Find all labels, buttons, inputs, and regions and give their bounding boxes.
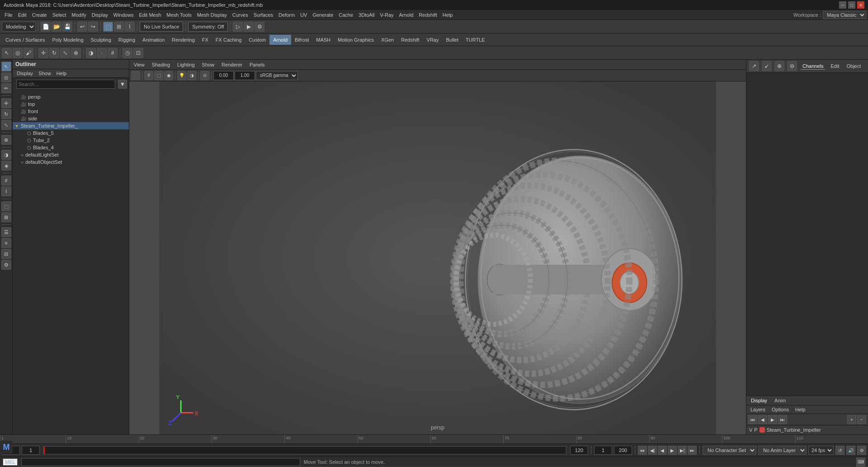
gamma-select[interactable]: sRGB gamma — [256, 71, 298, 80]
layer-last-button[interactable]: ⏭ — [778, 415, 787, 424]
move-obj-tool[interactable]: ✛ — [1, 98, 11, 108]
restore-button[interactable]: □ — [848, 1, 855, 9]
soft-select-button[interactable]: ◑ — [86, 48, 96, 58]
rotate-tool[interactable]: ↻ — [49, 48, 59, 58]
no-character-set-select[interactable]: No Character Set — [703, 446, 756, 455]
save-scene-button[interactable]: 💾 — [62, 22, 72, 32]
vp-smooth-button[interactable]: ◉ — [164, 71, 173, 80]
symmetry-button[interactable]: Symmetry: Off — [188, 22, 228, 32]
next-frame-button[interactable]: ▶| — [678, 446, 687, 455]
lasso-tool[interactable]: ◎ — [13, 48, 23, 58]
isolate-select-button[interactable]: ◷ — [123, 48, 132, 58]
tree-item-persp[interactable]: 🎥persp — [13, 93, 129, 100]
loop-button[interactable]: ↺ — [835, 446, 844, 455]
vp-menu-show[interactable]: Show — [199, 62, 217, 68]
display-tab-display[interactable]: Display — [748, 397, 770, 404]
mel-button[interactable]: MEL — [3, 458, 18, 466]
outliner-filter-button[interactable]: ▼ — [118, 80, 127, 89]
vp-gamma-input[interactable] — [235, 71, 255, 80]
select-tool[interactable]: ↖ — [2, 48, 12, 58]
shelf-tab-motion-graphics[interactable]: Motion Graphics — [334, 35, 377, 45]
scale-obj-tool[interactable]: ⤡ — [1, 120, 11, 130]
vp-menu-renderer[interactable]: Renderer — [219, 62, 245, 68]
play-end-button[interactable]: ⏭ — [688, 446, 697, 455]
shelf-tab-mash[interactable]: MASH — [312, 35, 334, 45]
range-end2-input[interactable] — [614, 446, 632, 455]
layer-add-button[interactable]: + — [847, 415, 856, 424]
channel-box-tool[interactable]: ≡ — [1, 238, 11, 248]
play-button[interactable]: ▶ — [668, 446, 677, 455]
layer-prev-button[interactable]: ◀ — [758, 415, 767, 424]
menu-item-edit[interactable]: Edit — [15, 11, 29, 19]
grid-tool[interactable]: ⊞ — [1, 212, 11, 222]
no-anim-layer-select[interactable]: No Anim Layer — [758, 446, 807, 455]
shelf-tab-redshift[interactable]: Redshift — [397, 35, 423, 45]
shelf-tab-arnold[interactable]: Arnold — [269, 35, 291, 45]
menu-item-v-ray[interactable]: V-Ray — [377, 11, 396, 19]
vp-menu-lighting[interactable]: Lighting — [175, 62, 198, 68]
mode-select[interactable]: Modeling — [2, 22, 36, 32]
layer-next-button[interactable]: ▶ — [768, 415, 777, 424]
range-start-input[interactable] — [22, 446, 40, 455]
menu-item-surfaces[interactable]: Surfaces — [251, 11, 276, 19]
display-layer-tool[interactable]: ☰ — [1, 227, 11, 237]
open-scene-button[interactable]: 📂 — [52, 22, 61, 32]
channel-tab-show[interactable]: Show — [866, 63, 868, 69]
outliner-menu-show[interactable]: Show — [36, 70, 53, 76]
snap-grids-button[interactable]: # — [108, 48, 118, 58]
tree-item-tube_2[interactable]: ⬡Tube_2 — [13, 137, 129, 144]
shelf-tab-curves-/-surfaces[interactable]: Curves / Surfaces — [2, 35, 48, 45]
ch-icon2[interactable]: ↙ — [762, 61, 772, 71]
vp-menu-panels[interactable]: Panels — [247, 62, 268, 68]
script-editor-button[interactable]: ⌨ — [856, 457, 865, 467]
redo-button[interactable]: ↪ — [88, 22, 98, 32]
undo-button[interactable]: ↩ — [77, 22, 87, 32]
shelf-tab-poly-modeling[interactable]: Poly Modeling — [48, 35, 87, 45]
display-subtab-options[interactable]: Options — [769, 406, 791, 413]
vp-wireframe-button[interactable]: ⬚ — [154, 71, 163, 80]
range-end-input[interactable] — [570, 446, 588, 455]
menu-item-redshift[interactable]: Redshift — [416, 11, 439, 19]
shelf-tab-sculpting[interactable]: Sculpting — [87, 35, 115, 45]
vp-lighting-button[interactable]: 💡 — [177, 71, 186, 80]
tree-item-front[interactable]: 🎥front — [13, 108, 129, 115]
attribute-editor-tool[interactable]: ⊟ — [1, 249, 11, 259]
select-mode-button[interactable]: ⬚ — [103, 22, 113, 32]
step-back-button[interactable]: ◀| — [648, 446, 657, 455]
render-button[interactable]: ▷ — [233, 22, 243, 32]
vp-camera-button[interactable]: 🎥 — [131, 71, 140, 80]
workspace-dropdown[interactable]: Maya Classic — [823, 11, 866, 19]
lasso-select-tool[interactable]: ◎ — [1, 72, 11, 82]
shelf-tab-fx[interactable]: FX — [198, 35, 212, 45]
snap-grid-button[interactable]: ⊞ — [114, 22, 124, 32]
display-subtab-help[interactable]: Help — [793, 406, 808, 413]
vp-menu-view[interactable]: View — [131, 62, 147, 68]
display-tab-anim[interactable]: Anim — [772, 397, 788, 404]
menu-item-mesh-display[interactable]: Mesh Display — [194, 11, 230, 19]
shelf-tab-vray[interactable]: VRay — [423, 35, 443, 45]
snap-points-button[interactable]: · — [97, 48, 107, 58]
move-tool[interactable]: ✛ — [38, 48, 48, 58]
menu-item-file[interactable]: File — [2, 11, 15, 19]
tool-settings-tool[interactable]: ⚙ — [1, 260, 11, 270]
menu-item-curves[interactable]: Curves — [230, 11, 251, 19]
vp-menu-shading[interactable]: Shading — [149, 62, 173, 68]
frame-all-button[interactable]: ⊡ — [133, 48, 143, 58]
menu-item-arnold[interactable]: Arnold — [396, 11, 416, 19]
shelf-tab-fx-caching[interactable]: FX Caching — [212, 35, 245, 45]
fps-select[interactable]: 24 fps — [808, 446, 834, 455]
ipr-button[interactable]: ▶ — [244, 22, 254, 32]
channel-tab-object[interactable]: Object — [844, 63, 863, 69]
ch-icon3[interactable]: ⊕ — [774, 61, 784, 71]
ch-icon4[interactable]: ⊖ — [787, 61, 797, 71]
tree-item-side[interactable]: 🎥side — [13, 115, 129, 122]
rotate-obj-tool[interactable]: ↻ — [1, 109, 11, 119]
snap-curve-button[interactable]: ⌇ — [125, 22, 135, 32]
outliner-menu-help[interactable]: Help — [54, 70, 69, 76]
snap-to-curve-tool[interactable]: ⌇ — [1, 186, 11, 196]
tree-item-defaultobjectset[interactable]: ○defaultObjectSet — [13, 158, 129, 166]
tree-item-defaultlightset[interactable]: ○defaultLightSet — [13, 151, 129, 158]
menu-item-windows[interactable]: Windows — [111, 11, 137, 19]
menu-item-generate[interactable]: Generate — [310, 11, 336, 19]
ch-icon1[interactable]: ↗ — [749, 61, 759, 71]
